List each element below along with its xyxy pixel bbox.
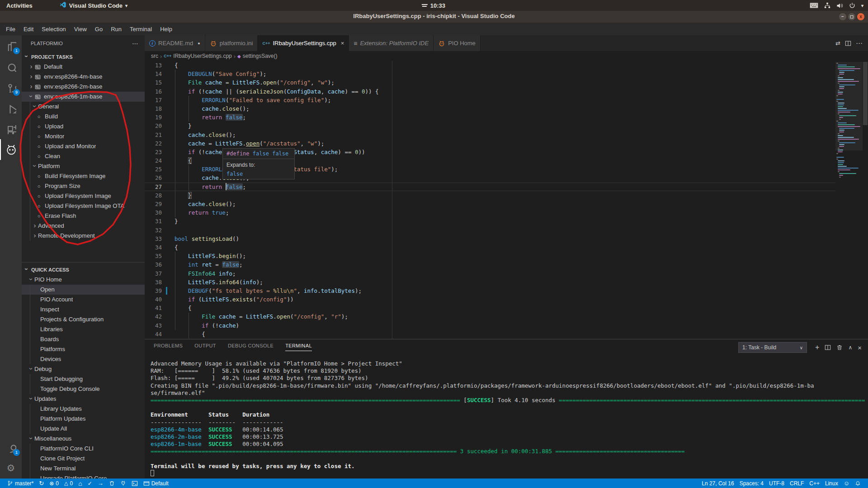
new-terminal-plus-icon[interactable]: + xyxy=(815,343,819,352)
panel-tab-output[interactable]: OUTPUT xyxy=(194,343,216,351)
code-line-15[interactable]: 15 File cache = LittleFS.open("/config",… xyxy=(145,78,835,87)
code-line-17[interactable]: 17 ERRORLN("Failed to save config file")… xyxy=(145,96,835,104)
sidebar-item-platformio-core-cli[interactable]: PlatformIO Core CLI xyxy=(22,444,145,454)
sidebar-item-env-esp8266-4m-base[interactable]: ›env:esp8266-4m-base xyxy=(22,72,145,82)
sidebar-item-monitor[interactable]: ○Monitor xyxy=(22,131,145,141)
split-terminal-icon[interactable] xyxy=(825,344,831,351)
status-pio-serial-plug-icon[interactable] xyxy=(118,479,129,488)
sidebar-item-inspect[interactable]: Inspect xyxy=(22,305,145,314)
close-tab-icon[interactable]: × xyxy=(341,40,344,47)
status-pio-upload-arrow-icon[interactable]: → xyxy=(95,479,106,488)
code-line-37[interactable]: 37 FSInfo64 info; xyxy=(145,269,835,278)
activity-run-debug-icon[interactable] xyxy=(0,98,22,118)
status-master[interactable]: master* xyxy=(5,479,36,488)
sidebar-item-new-terminal[interactable]: New Terminal xyxy=(22,464,145,474)
network-icon[interactable] xyxy=(824,2,830,9)
sidebar-item-default[interactable]: ›Default xyxy=(22,62,145,72)
code-line-41[interactable]: 41 { xyxy=(145,304,835,312)
sidebar-item-devices[interactable]: Devices xyxy=(22,354,145,364)
code-line-14[interactable]: 14 DEBUGLN("Save Config"); xyxy=(145,70,835,78)
menu-file[interactable]: File xyxy=(2,24,19,34)
status-notifications-bell-icon[interactable] xyxy=(852,479,863,488)
tab-platformio-ini[interactable]: platformio.ini xyxy=(205,35,258,51)
code-line-27[interactable]: 27 return false; xyxy=(145,183,835,191)
panel-tab-problems[interactable]: PROBLEMS xyxy=(154,343,183,351)
sidebar-item-platform-updates[interactable]: Platform Updates xyxy=(22,414,145,424)
panel-tab-debug-console[interactable]: DEBUG CONSOLE xyxy=(228,343,274,351)
status-0[interactable]: ⊗0 xyxy=(47,479,61,488)
sidebar-item-update-all[interactable]: Update All xyxy=(22,424,145,434)
status-pio-clean-trash-icon[interactable] xyxy=(106,479,118,488)
menu-run[interactable]: Run xyxy=(107,24,126,34)
open-changes-icon[interactable]: ⇄ xyxy=(835,40,840,47)
code-line-22[interactable]: 22 cache = LittleFS.open("/acstatus", "w… xyxy=(145,139,835,148)
app-window-menu[interactable]: Visual Studio Code ▾ xyxy=(60,1,127,9)
minimize-button[interactable]: − xyxy=(839,13,846,20)
section-quick-access[interactable]: › QUICK ACCESS xyxy=(22,264,145,275)
sidebar-item-upload[interactable]: ○Upload xyxy=(22,122,145,131)
terminal-instance-select[interactable]: 1: Task - Build ∨ xyxy=(738,342,807,353)
sidebar-item-advanced[interactable]: ›Advanced xyxy=(22,221,145,231)
tab-irbabyusersettings-cpp[interactable]: C++IRbabyUserSettings.cpp× xyxy=(258,35,349,51)
minimap[interactable] xyxy=(835,61,863,339)
sidebar-item-platforms[interactable]: Platforms xyxy=(22,344,145,354)
breadcrumb-irbabyusersettings-cpp[interactable]: C++IRbabyUserSettings.cpp xyxy=(164,53,231,59)
code-line-29[interactable]: 29 cache.close(); xyxy=(145,200,835,208)
code-editor[interactable]: 13{14 DEBUGLN("Save Config");15 File cac… xyxy=(145,61,868,339)
tab-pio-home[interactable]: PIO Home xyxy=(434,35,481,51)
status-pio-build-check-icon[interactable]: ✓ xyxy=(85,479,95,488)
sidebar-item-upgrade-platformio-core[interactable]: Upgrade PlatformIO Core xyxy=(22,474,145,479)
section-project-tasks[interactable]: › PROJECT TASKS xyxy=(22,52,145,62)
maximize-panel-chevron-icon[interactable]: ∧ xyxy=(848,344,852,351)
status-linux[interactable]: Linux xyxy=(822,479,841,488)
sidebar-item-clone-git-project[interactable]: Clone Git Project xyxy=(22,454,145,464)
menu-edit[interactable]: Edit xyxy=(19,24,38,34)
menu-selection[interactable]: Selection xyxy=(38,24,70,34)
code-line-36[interactable]: 36 int ret = false; xyxy=(145,260,835,269)
status-feedback-smiley-icon[interactable]: ☺ xyxy=(841,479,852,488)
editor-scrollbar[interactable] xyxy=(863,61,868,339)
code-line-19[interactable]: 19 return false; xyxy=(145,113,835,122)
code-line-40[interactable]: 40 if (LittleFS.exists("/config")) xyxy=(145,295,835,304)
code-line-16[interactable]: 16 if (!cache || (serializeJson(ConfigDa… xyxy=(145,87,835,96)
volume-icon[interactable] xyxy=(836,2,843,9)
menu-go[interactable]: Go xyxy=(91,24,107,34)
sidebar-item-start-debugging[interactable]: Start Debugging xyxy=(22,374,145,384)
kill-terminal-trash-icon[interactable] xyxy=(836,344,843,351)
status-0[interactable]: △0 xyxy=(61,479,75,488)
sidebar-item-toggle-debug-console[interactable]: Toggle Debug Console xyxy=(22,384,145,394)
activity-accounts-icon[interactable]: 1 xyxy=(0,437,22,458)
sidebar-item-projects-configuration[interactable]: Projects & Configuration xyxy=(22,314,145,324)
caret-down-icon[interactable]: ▾ xyxy=(861,3,863,8)
status-default[interactable]: Default xyxy=(141,479,171,488)
code-line-28[interactable]: 28 } xyxy=(145,191,835,200)
power-icon[interactable] xyxy=(849,2,855,9)
sidebar-item-open[interactable]: Open xyxy=(22,285,145,295)
sidebar-item-platform[interactable]: ›Platform xyxy=(22,161,145,171)
system-tray[interactable]: ▾ xyxy=(810,0,863,11)
code-line-18[interactable]: 18 cache.close(); xyxy=(145,104,835,113)
tab-extension-platformio-ide[interactable]: ≡Extension: PlatformIO IDE xyxy=(349,35,434,51)
status-pio-terminal-icon[interactable] xyxy=(129,479,141,488)
more-actions-icon[interactable]: ⋯ xyxy=(132,40,138,47)
sidebar-item-boards[interactable]: Boards xyxy=(22,334,145,344)
sidebar-item-debug[interactable]: ›Debug xyxy=(22,364,145,374)
status-ln-27-col-16[interactable]: Ln 27, Col 16 xyxy=(699,479,736,488)
activity-platformio-alien-icon[interactable] xyxy=(0,139,22,160)
sidebar-item-clean[interactable]: ○Clean xyxy=(22,151,145,161)
code-line-30[interactable]: 30 return true; xyxy=(145,208,835,217)
code-line-38[interactable]: 38 LittleFS.info64(info); xyxy=(145,278,835,286)
code-line-33[interactable]: 33bool settingsLoad() xyxy=(145,235,835,243)
sidebar-item-pio-account[interactable]: PIO Account xyxy=(22,295,145,305)
split-editor-icon[interactable] xyxy=(845,40,851,47)
breadcrumb-src[interactable]: src xyxy=(151,53,158,59)
sidebar-item-library-updates[interactable]: Library Updates xyxy=(22,404,145,414)
code-line-43[interactable]: 43 if (!cache) xyxy=(145,321,835,330)
activity-source-control-icon[interactable]: 9 xyxy=(0,77,22,98)
activity-search-icon[interactable] xyxy=(0,56,22,77)
status-pio-home-icon[interactable]: ⌂ xyxy=(75,479,85,488)
sidebar-item-libraries[interactable]: Libraries xyxy=(22,324,145,334)
status-utf-8[interactable]: UTF-8 xyxy=(766,479,787,488)
close-button[interactable]: x xyxy=(857,13,864,20)
maximize-button[interactable]: ◻ xyxy=(848,13,855,20)
